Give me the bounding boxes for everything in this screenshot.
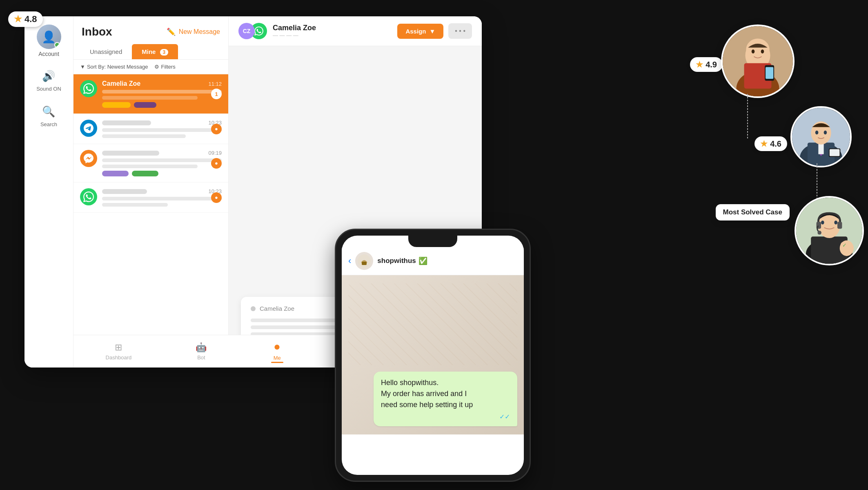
- conv-skeleton-1a: [102, 90, 222, 94]
- conv-header-row-1: Camelia Zoe 11:12: [102, 80, 222, 87]
- phone-mockup: ‹ shopwithus ✅ Hello shopwithus.My order…: [335, 229, 531, 482]
- nav-item-bot[interactable]: 🤖 Bot: [196, 342, 207, 361]
- conv-sk3b: [102, 165, 198, 168]
- chat-message: Hello shopwithus.My order has arrived an…: [381, 377, 510, 410]
- double-tick-icon: ✓✓: [381, 413, 510, 421]
- person-circle-1: [721, 24, 795, 98]
- verified-icon: ✅: [418, 256, 427, 265]
- rating-value-49: 4.9: [706, 60, 717, 69]
- assign-button[interactable]: Assign ▼: [397, 24, 443, 39]
- sort-button[interactable]: ▼ Sort By: Newest Message: [80, 64, 148, 70]
- phone-back-button[interactable]: ‹: [348, 256, 351, 266]
- conv-avatar-whatsapp-1: [80, 80, 97, 97]
- nav-item-me[interactable]: ● Me: [271, 340, 283, 363]
- conv-header-row-2: 10:23: [102, 120, 222, 126]
- svg-point-4: [746, 39, 769, 61]
- unread-badge-4: ●: [211, 192, 222, 203]
- global-rating-value: 4.8: [24, 14, 37, 24]
- filter-button[interactable]: ⚙ Filters: [154, 64, 175, 70]
- svg-point-17: [824, 131, 827, 134]
- conv-sk2a: [102, 128, 222, 132]
- most-solved-badge: Most Solved Case: [716, 204, 790, 220]
- conv-body-1: Camelia Zoe 11:12: [102, 80, 222, 108]
- conv-body-4: 10:23: [102, 188, 222, 207]
- tab-mine[interactable]: Mine 3: [132, 44, 178, 59]
- svg-point-6: [761, 49, 764, 53]
- conv-sk4b: [102, 203, 168, 207]
- sidebar: 👤 Account 🔊 Sound ON 🔍 Search: [24, 16, 73, 368]
- unread-badge-3: ●: [211, 158, 222, 169]
- star-icon-46: ★: [760, 139, 768, 149]
- svg-point-27: [817, 231, 821, 235]
- inbox-panel: Inbox ✏️ New Message Unassigned Mine 3 ▼…: [73, 16, 229, 368]
- rating-pill-46: ★ 4.6: [754, 136, 787, 151]
- global-rating-badge: ★ 4.8: [8, 11, 43, 27]
- tag-purple-3: [102, 171, 129, 176]
- star-icon: ★: [14, 14, 22, 24]
- avatar[interactable]: 👤: [37, 24, 61, 49]
- conv-time-3: 09:19: [208, 150, 222, 156]
- conv-time-1: 11:12: [208, 81, 222, 87]
- conv-name-skeleton-3: [102, 151, 159, 156]
- bot-icon: 🤖: [196, 342, 207, 353]
- conv-avatar-messenger-3: [80, 150, 97, 167]
- conv-avatar-telegram-2: [80, 120, 97, 137]
- person-circle-2: [790, 106, 852, 167]
- sound-label: Sound ON: [36, 86, 61, 92]
- conversation-item-1[interactable]: Camelia Zoe 11:12 1: [73, 74, 228, 114]
- conv-skeleton-1b: [102, 96, 198, 100]
- rating-value-46: 4.6: [770, 139, 781, 149]
- filter-label: Filters: [161, 64, 175, 70]
- unread-badge-2: ●: [211, 124, 222, 134]
- sidebar-item-search[interactable]: 🔍 Search: [40, 104, 57, 127]
- filter-icon: ⚙: [154, 64, 159, 70]
- svg-point-29: [834, 220, 837, 225]
- new-message-label: New Message: [179, 28, 220, 36]
- conv-name-1: Camelia Zoe: [102, 80, 140, 87]
- phone-shop-name: shopwithus ✅: [377, 256, 427, 265]
- assign-label: Assign: [405, 28, 426, 35]
- inbox-filters: ▼ Sort By: Newest Message ⚙ Filters: [73, 60, 228, 74]
- svg-text:✓: ✓: [842, 242, 847, 248]
- chat-user-sub: — — — —: [273, 32, 316, 38]
- chat-user-name: Camelia Zoe: [273, 24, 316, 32]
- star-icon-49: ★: [696, 60, 703, 69]
- connector-line-1: [743, 94, 752, 139]
- chat-bg-pattern: [348, 283, 517, 365]
- new-message-button[interactable]: ✏️ New Message: [167, 27, 220, 36]
- svg-rect-19: [830, 149, 840, 156]
- reply-dot: [251, 306, 256, 311]
- conversation-item-2[interactable]: 10:23 ●: [73, 114, 228, 144]
- sort-label: Sort By: Newest Message: [87, 64, 148, 70]
- chat-header-right: Assign ▼ • • •: [397, 23, 472, 39]
- phone-screen: ‹ shopwithus ✅ Hello shopwithus.My order…: [342, 236, 524, 475]
- inbox-tabs: Unassigned Mine 3: [73, 44, 228, 60]
- conv-tags-1: [102, 102, 222, 108]
- mine-badge: 3: [160, 49, 169, 56]
- conversation-list: Camelia Zoe 11:12 1: [73, 74, 228, 368]
- more-button[interactable]: • • •: [448, 23, 472, 39]
- svg-rect-8: [766, 67, 773, 79]
- account-label: Account: [38, 51, 59, 57]
- person-circle-3: ✓: [795, 196, 864, 265]
- svg-point-16: [815, 131, 819, 134]
- phone-chat-header: ‹ shopwithus ✅: [342, 247, 524, 275]
- conversation-item-4[interactable]: 10:23 ●: [73, 183, 228, 213]
- sort-chevron-icon: ▼: [80, 64, 85, 70]
- sidebar-item-sound[interactable]: 🔊 Sound ON: [36, 69, 61, 92]
- nav-item-dashboard[interactable]: ⊞ Dashboard: [106, 342, 132, 361]
- conv-tags-3: [102, 171, 222, 176]
- nav-label-bot: Bot: [197, 354, 205, 361]
- search-icon: 🔍: [42, 105, 55, 118]
- conv-name-skeleton-2: [102, 120, 151, 125]
- conv-sk4a: [102, 197, 222, 200]
- search-label: Search: [40, 121, 57, 127]
- nav-label-dashboard: Dashboard: [106, 354, 132, 361]
- conversation-item-3[interactable]: 09:19 ●: [73, 144, 228, 183]
- svg-point-5: [752, 49, 755, 53]
- inbox-title: Inbox: [82, 25, 112, 38]
- unread-badge-1: 1: [211, 89, 222, 99]
- svg-rect-34: [362, 262, 367, 265]
- tab-unassigned[interactable]: Unassigned: [80, 44, 132, 59]
- conv-header-row-3: 09:19: [102, 150, 222, 156]
